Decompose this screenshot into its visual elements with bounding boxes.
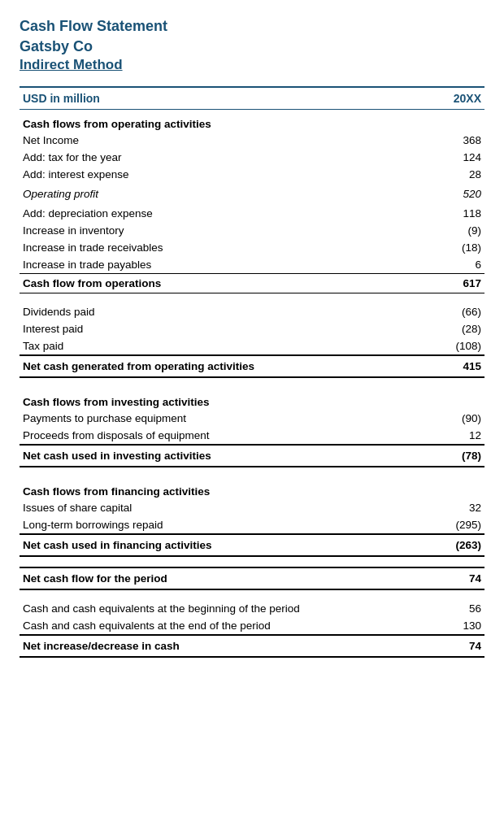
table-row: Interest paid (28) bbox=[20, 320, 484, 337]
net-increase-decrease-row: Net increase/decrease in cash 74 bbox=[20, 635, 484, 657]
table-row: Cash and cash equivalents at the end of … bbox=[20, 617, 484, 635]
net-financing-row: Net cash used in financing activities (2… bbox=[20, 534, 484, 556]
table-row: Add: depreciation expense 118 bbox=[20, 205, 484, 222]
table-row: Net Income 368 bbox=[20, 132, 484, 149]
table-row: Dividends paid (66) bbox=[20, 303, 484, 320]
spacer-row bbox=[20, 589, 484, 600]
col-header-year: 20XX bbox=[434, 87, 484, 110]
table-row: Add: interest expense 28 bbox=[20, 166, 484, 183]
table-row: Payments to purchase equipment (90) bbox=[20, 410, 484, 427]
spacer-row bbox=[20, 377, 484, 388]
table-row: Add: tax for the year 124 bbox=[20, 149, 484, 166]
cash-flow-table: USD in million 20XX Cash flows from oper… bbox=[20, 86, 484, 658]
table-row: Long-term borrowings repaid (295) bbox=[20, 516, 484, 534]
operating-profit-row: Operating profit 520 bbox=[20, 183, 484, 205]
table-row: Proceeds from disposals of equipment 12 bbox=[20, 427, 484, 445]
table-row: Increase in trade receivables (18) bbox=[20, 239, 484, 256]
operating-section-header: Cash flows from operating activities bbox=[20, 110, 484, 133]
net-cash-flow-row: Net cash flow for the period 74 bbox=[20, 567, 484, 589]
financing-section-header: Cash flows from financing activities bbox=[20, 477, 484, 499]
spacer-row bbox=[20, 556, 484, 567]
company-name: Gatsby Co bbox=[20, 37, 484, 57]
cash-flow-operations-subtotal: Cash flow from operations 617 bbox=[20, 274, 484, 293]
table-row: Increase in inventory (9) bbox=[20, 222, 484, 239]
table-row: Issues of share capital 32 bbox=[20, 499, 484, 516]
spacer-row bbox=[20, 467, 484, 477]
spacer-row bbox=[20, 293, 484, 304]
table-row: Tax paid (108) bbox=[20, 337, 484, 355]
report-title: Cash Flow Statement bbox=[20, 16, 484, 37]
col-header-label: USD in million bbox=[20, 87, 434, 110]
method-label: Indirect Method bbox=[20, 57, 484, 73]
net-investing-row: Net cash used in investing activities (7… bbox=[20, 445, 484, 467]
net-operating-row: Net cash generated from operating activi… bbox=[20, 355, 484, 377]
table-row: Increase in trade payables 6 bbox=[20, 256, 484, 274]
table-row: Cash and cash equivalents at the beginni… bbox=[20, 600, 484, 617]
header: Cash Flow Statement Gatsby Co Indirect M… bbox=[20, 16, 484, 73]
investing-section-header: Cash flows from investing activities bbox=[20, 388, 484, 410]
